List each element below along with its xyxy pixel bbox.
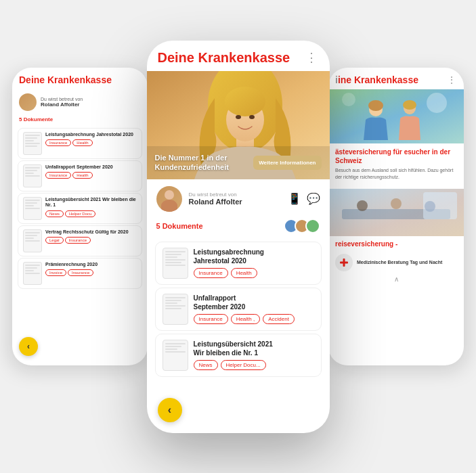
advisor-row: Du wirst betreut von Roland Affolter 📱 💬 (147, 179, 330, 216)
svg-point-9 (368, 100, 383, 111)
doc-tags: Insurance Health , Accident (194, 314, 314, 324)
docs-count-label: 5 Dokumente (156, 222, 203, 230)
back-button[interactable]: ‹ (158, 398, 182, 422)
doc-info: UnfallrapportSeptember 2020 Insurance He… (194, 294, 314, 324)
tag-helper[interactable]: Helper Docu... (221, 360, 266, 370)
svg-point-12 (427, 93, 447, 113)
tag-news[interactable]: News (45, 210, 64, 217)
more-options-icon[interactable]: ⋮ (305, 50, 319, 65)
right-bottom-row: Medizinische Beratung Tag und Nacht (328, 250, 464, 275)
back-button[interactable]: ‹ (19, 337, 38, 356)
chat-icon[interactable]: 💬 (307, 192, 320, 205)
phone-icon[interactable]: 📱 (288, 192, 301, 205)
svg-point-11 (403, 100, 416, 110)
doc-title: Leistungsabrechnung Jahrestotal 2020 (45, 132, 133, 137)
svg-rect-21 (340, 261, 348, 263)
left-advisor-name: Roland Affolter (41, 102, 83, 108)
avatar-3 (305, 219, 320, 233)
doc-title: LeistungsabrechnungJahrestotal 2020 (194, 248, 314, 265)
tag-health[interactable]: Health (72, 139, 92, 146)
doc-thumbnail (23, 197, 42, 220)
right-hero2-image (328, 189, 464, 236)
tag-health[interactable]: Health (231, 268, 257, 278)
right-section2-title: reiseversicherung - (328, 236, 464, 250)
svg-point-13 (342, 93, 355, 106)
right-section1-title: ästeversicherung für esucher in der Schw… (335, 148, 457, 165)
tag-insurance[interactable]: Insurance (68, 269, 93, 276)
right-header: iine Krankenkasse ⋮ (328, 68, 464, 89)
left-header: Deine Krankenkasse (12, 68, 148, 89)
advisor-info: Du wirst betreut von Roland Affolter (189, 192, 288, 206)
list-item[interactable]: Unfallrapport September 2020 Insurance H… (18, 160, 142, 192)
tag-health[interactable]: Health (72, 172, 92, 179)
doc-tags: Invoice Insurance (45, 269, 98, 276)
hero-overlay: Die Nummer 1 in der Kundenzufriedenheit … (147, 146, 330, 179)
advisor-name: Roland Affolter (189, 198, 288, 206)
hero-cta-button[interactable]: Weitere Informationen (253, 156, 321, 170)
doc-tags: Insurance Health (45, 139, 133, 146)
docs-row: 5 Dokumente (147, 216, 330, 239)
doc-info: LeistungsabrechnungJahrestotal 2020 Insu… (194, 248, 314, 278)
list-item[interactable]: Leistungsabrechnung Jahrestotal 2020 Ins… (18, 128, 142, 159)
svg-point-17 (391, 198, 402, 209)
chevron-up-icon[interactable]: ∧ (328, 275, 464, 286)
doc-thumbnail (23, 164, 42, 187)
tag-legal[interactable]: Legal (45, 237, 64, 244)
svg-point-5 (236, 115, 241, 119)
doc-title: Vertrag Rechtsschutz Gültig für 2020 (45, 229, 129, 235)
tag-insurance[interactable]: Insurance (45, 172, 71, 179)
doc-thumbnail (163, 248, 188, 279)
list-item[interactable]: Leistungsübersicht 2021 Wir bleiben die … (18, 193, 142, 224)
phone-right: iine Krankenkasse ⋮ (328, 68, 464, 365)
left-advisor-info: Du wirst betreut von Roland Affolter (41, 97, 83, 108)
doc-title: UnfallrapportSeptember 2020 (194, 294, 314, 311)
list-item[interactable]: UnfallrapportSeptember 2020 Insurance He… (155, 288, 322, 331)
advisor-label: Du wirst betreut von (189, 192, 288, 198)
doc-title: Leistungsübersicht 2021 Wir bleiben die … (45, 197, 137, 208)
tag-insurance[interactable]: Insurance (194, 314, 228, 324)
more-options-icon[interactable]: ⋮ (447, 74, 457, 85)
doc-thumbnail (163, 294, 188, 325)
list-item[interactable]: Prämienrechnung 2020 Invoice Insurance (18, 258, 142, 289)
doc-tags: Insurance Health (45, 172, 113, 179)
right-bottom-label: Medizinische Beratung Tag und Nacht (357, 260, 442, 265)
scene: Deine Krankenkasse Du wirst betreut von … (0, 0, 476, 473)
tag-helper[interactable]: Helper Docu (65, 210, 95, 217)
right-hero-illustration (328, 89, 464, 143)
doc-info: Unfallrapport September 2020 Insurance H… (45, 164, 113, 179)
doc-tags: News Helper Docu (45, 210, 137, 217)
medical-icon (335, 254, 353, 271)
left-advisor-label: Du wirst betreut von (41, 97, 83, 102)
left-title: Deine Krankenkasse (19, 74, 141, 85)
list-item[interactable]: Vertrag Rechtsschutz Gültig für 2020 Leg… (18, 225, 142, 256)
doc-thumbnail (23, 262, 42, 285)
doc-thumbnail (23, 132, 42, 155)
advisor-action-icons: 📱 💬 (288, 192, 320, 205)
right-content: ästeversicherung für esucher in der Schw… (328, 143, 464, 189)
doc-title: Prämienrechnung 2020 (45, 262, 98, 267)
tag-insurance[interactable]: Insurance (65, 237, 91, 244)
left-advisor-row: Du wirst betreut von Roland Affolter (12, 89, 148, 115)
doc-info: Prämienrechnung 2020 Invoice Insurance (45, 262, 98, 276)
list-item[interactable]: LeistungsabrechnungJahrestotal 2020 Insu… (155, 242, 322, 285)
tag-health[interactable]: Health , (231, 314, 261, 324)
doc-info: Leistungsübersicht 2021Wir bleiben die N… (194, 340, 314, 370)
tag-insurance[interactable]: Insurance (194, 268, 228, 278)
tag-accident[interactable]: Accident (263, 314, 295, 324)
right-hero-image (328, 89, 464, 143)
right-title: iine Krankenkasse (335, 74, 418, 85)
doc-title: Leistungsübersicht 2021Wir bleiben die N… (194, 340, 314, 357)
svg-point-6 (249, 115, 255, 119)
right-hero2-illustration (328, 189, 464, 236)
tag-insurance[interactable]: Insurance (45, 139, 71, 146)
list-item[interactable]: Leistungsübersicht 2021Wir bleiben die N… (155, 334, 322, 377)
center-header: Deine Krankenkasse ⋮ (147, 41, 330, 71)
left-docs-label: 5 Dokumente (12, 115, 148, 127)
svg-rect-19 (423, 192, 457, 219)
hero-image: Die Nummer 1 in der Kundenzufriedenheit … (147, 71, 330, 179)
phone-left: Deine Krankenkasse Du wirst betreut von … (12, 68, 148, 365)
tag-news[interactable]: News (194, 360, 218, 370)
doc-info: Leistungsübersicht 2021 Wir bleiben die … (45, 197, 137, 217)
tag-invoice[interactable]: Invoice (45, 269, 66, 276)
doc-tags: News Helper Docu... (194, 360, 314, 370)
